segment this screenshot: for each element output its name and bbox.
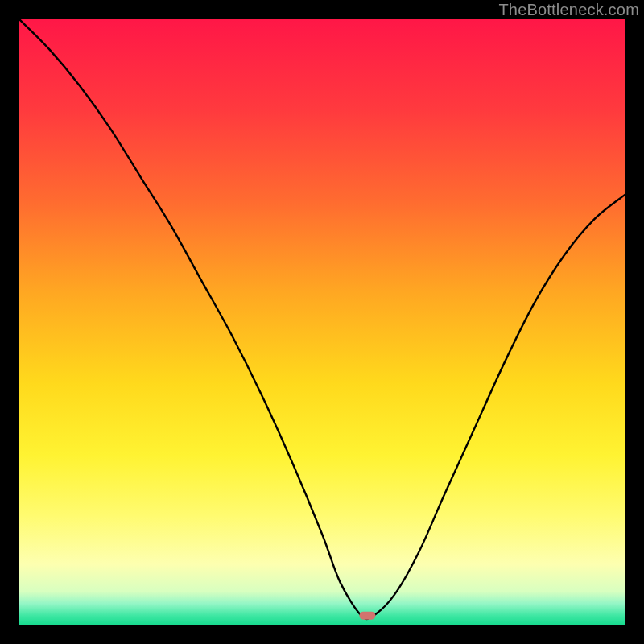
watermark-text: TheBottleneck.com — [498, 1, 639, 19]
bottleneck-chart — [19, 19, 625, 625]
min-marker — [359, 612, 375, 620]
chart-frame — [19, 19, 625, 625]
